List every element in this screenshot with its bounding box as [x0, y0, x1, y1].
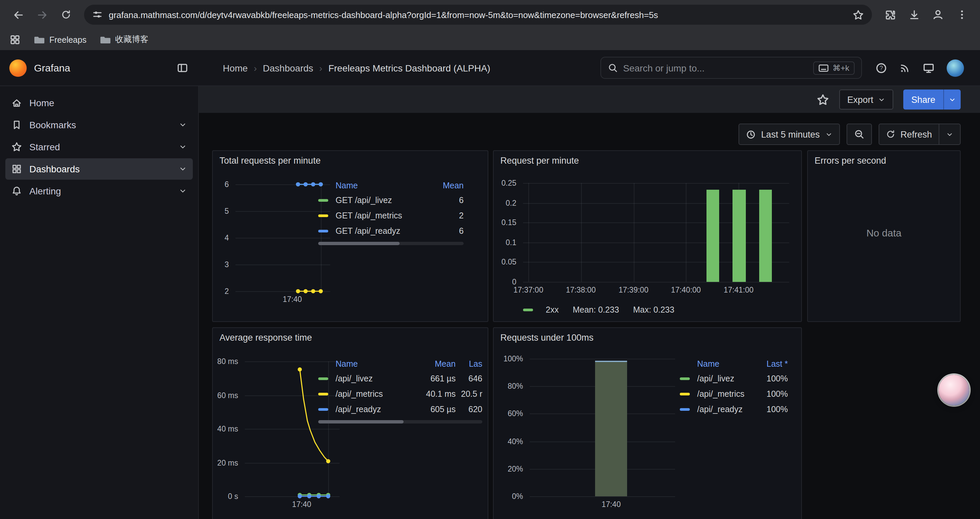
search-input[interactable] — [623, 62, 808, 73]
legend-row[interactable]: /api/_readyz605 µs620 — [318, 401, 482, 417]
legend-header-value[interactable]: Last * — [752, 359, 788, 369]
legend-series-name[interactable]: /api/_readyz — [336, 404, 418, 414]
sidebar-item-home[interactable]: Home — [5, 92, 193, 113]
legend-row[interactable]: GET /api/_metrics2 — [318, 208, 464, 223]
browser-menu-button[interactable] — [951, 3, 973, 26]
legend-series-name[interactable]: GET /api/_metrics — [336, 211, 428, 220]
legend-row[interactable]: /api/_livez100% — [680, 371, 788, 386]
legend-item[interactable]: 2xxMean: 0.233Max: 0.233 — [523, 305, 675, 315]
legend-series-name[interactable]: /api/_metrics — [336, 389, 418, 398]
reload-button[interactable] — [55, 3, 77, 26]
url-text[interactable]: grafana.mathmast.com/d/deytv4rwavabkb/fr… — [109, 10, 846, 20]
favorite-star-icon[interactable] — [816, 93, 829, 106]
legend-table: NameMeanLas/api/_livez661 µs646/api/_met… — [318, 357, 482, 423]
x-axis: 17:40 — [245, 500, 340, 509]
legend-scrollbar[interactable] — [318, 420, 482, 423]
extensions-button[interactable] — [878, 3, 901, 26]
dashboard-toolbar: Export Share — [199, 86, 980, 113]
plot-area — [523, 183, 789, 282]
forward-icon — [37, 9, 48, 21]
legend-header-value[interactable]: Las — [456, 359, 482, 369]
share-menu-button[interactable] — [943, 89, 961, 110]
display-icon[interactable] — [923, 62, 935, 74]
share-button[interactable]: Share — [903, 89, 961, 110]
y-axis-label: 0.15 — [501, 219, 516, 227]
back-button[interactable] — [7, 3, 29, 26]
legend-row[interactable]: /api/_readyz100% — [680, 401, 788, 417]
dock-sidebar-icon[interactable] — [177, 62, 188, 73]
legend-table: NameLast */api/_livez100%/api/_metrics10… — [680, 357, 795, 417]
legend-header-name[interactable]: Name — [680, 359, 752, 369]
bar — [706, 190, 719, 282]
download-icon — [908, 9, 920, 21]
refresh-button[interactable]: Refresh — [878, 124, 961, 145]
chevron-down-icon — [878, 96, 885, 103]
y-axis: 65432 — [218, 184, 231, 291]
search-box[interactable]: ⌘+k — [600, 57, 862, 79]
y-axis-label: 5 — [224, 207, 229, 215]
legend-value: 100% — [752, 374, 788, 383]
legend-series-name[interactable]: /api/_metrics — [697, 389, 752, 398]
series-color-icon — [680, 377, 690, 380]
user-avatar[interactable] — [947, 59, 964, 77]
address-bar[interactable]: grafana.mathmast.com/d/deytv4rwavabkb/fr… — [84, 5, 872, 25]
legend-row[interactable]: /api/_livez661 µs646 — [318, 371, 482, 386]
apps-grid-icon[interactable] — [10, 34, 21, 45]
legend-series-name[interactable]: /api/_livez — [336, 374, 418, 383]
legend-row[interactable]: /api/_metrics40.1 ms20.5 r — [318, 386, 482, 401]
y-axis-label: 80% — [508, 382, 523, 390]
legend-row[interactable]: GET /api/_readyz6 — [318, 223, 464, 238]
legend-header-name[interactable]: Name — [318, 181, 428, 190]
brand-name: Grafana — [34, 62, 70, 73]
panel-title[interactable]: Request per minute — [494, 151, 801, 171]
y-axis-label: 20% — [508, 465, 523, 473]
zoom-out-button[interactable] — [846, 124, 872, 145]
legend-value: 20.5 r — [456, 389, 482, 398]
sidebar-item-dashboards[interactable]: Dashboards — [5, 158, 193, 180]
export-button[interactable]: Export — [839, 89, 893, 110]
sidebar-item-alerting[interactable]: Alerting — [5, 180, 193, 202]
time-range-picker[interactable]: Last 5 minutes — [738, 124, 840, 145]
assistant-avatar[interactable] — [939, 375, 969, 406]
legend-series-name[interactable]: /api/_readyz — [697, 404, 752, 414]
bookmark-star-icon[interactable] — [853, 9, 864, 21]
panel-requests-under-100ms: Requests under 100ms 100%80%60%40%20%0% … — [493, 327, 802, 519]
panel-title[interactable]: Average response time — [213, 328, 488, 348]
panel-title[interactable]: Total requests per minute — [213, 151, 488, 171]
news-rss-icon[interactable] — [899, 62, 911, 73]
legend-series-name[interactable]: GET /api/_readyz — [336, 226, 428, 235]
legend-header-name[interactable]: Name — [318, 359, 418, 369]
sidebar-item-bookmarks[interactable]: Bookmarks — [5, 114, 193, 136]
gridline — [523, 222, 789, 223]
chevron-down-icon — [949, 96, 956, 103]
bookmark-folder-freeleaps[interactable]: Freeleaps — [34, 34, 86, 45]
sidebar-item-starred[interactable]: Starred — [5, 136, 193, 158]
legend-scrollbar[interactable] — [318, 242, 464, 245]
kebab-menu-icon — [957, 10, 967, 20]
legend-header-value[interactable]: Mean — [418, 359, 456, 369]
help-icon[interactable]: ? — [875, 62, 887, 74]
scrollbar-thumb[interactable] — [318, 242, 399, 245]
panel-title[interactable]: Errors per second — [808, 151, 960, 171]
legend-header: NameLast * — [680, 357, 788, 371]
panel-request-per-minute: Request per minute 0.250.20.150.10.050 1… — [493, 150, 802, 322]
bookmarks-bar: Freeleaps 收藏博客 — [0, 29, 980, 50]
scrollbar-thumb[interactable] — [318, 420, 404, 423]
gridline — [523, 203, 789, 203]
bookmark-folder-blogs[interactable]: 收藏博客 — [100, 34, 148, 45]
time-range-label: Last 5 minutes — [761, 129, 820, 139]
legend-series-name[interactable]: /api/_livez — [697, 374, 752, 383]
zoom-out-icon — [854, 129, 864, 140]
legend-row[interactable]: /api/_metrics100% — [680, 386, 788, 401]
breadcrumb-home[interactable]: Home — [223, 62, 248, 73]
panel-title[interactable]: Requests under 100ms — [494, 328, 801, 348]
profile-button[interactable] — [927, 3, 949, 26]
breadcrumb-dashboards[interactable]: Dashboards — [263, 62, 313, 73]
forward-button[interactable] — [31, 3, 53, 26]
legend-series-name[interactable]: GET /api/_livez — [336, 195, 428, 205]
legend-header-value[interactable]: Mean — [428, 181, 464, 190]
grafana-app: Grafana Home › Dashboards › Freeleaps Me… — [0, 50, 980, 519]
downloads-button[interactable] — [903, 3, 925, 26]
legend-row[interactable]: GET /api/_livez6 — [318, 192, 464, 208]
grafana-logo[interactable] — [10, 59, 27, 77]
